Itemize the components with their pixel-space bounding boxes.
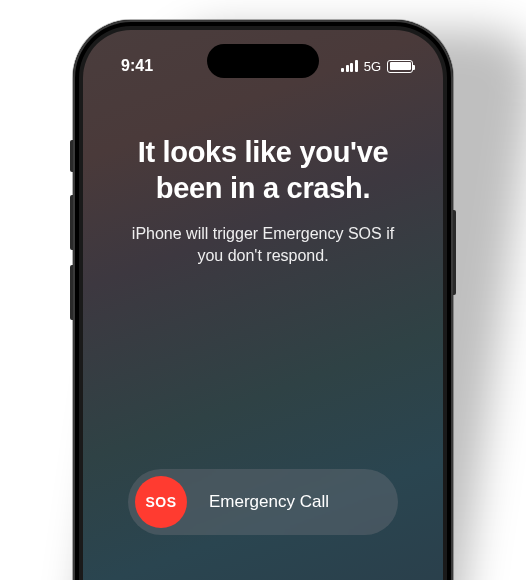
crash-subtext: iPhone will trigger Emergency SOS if you… <box>111 223 415 268</box>
phone-frame: 9:41 5G It looks like you've been in a c… <box>73 20 453 580</box>
battery-fill <box>390 62 411 70</box>
crash-headline: It looks like you've been in a crash. <box>111 134 415 207</box>
action-button <box>70 140 73 172</box>
sos-knob[interactable]: SOS <box>135 476 187 528</box>
emergency-call-slider[interactable]: SOS Emergency Call <box>128 469 398 535</box>
signal-icon <box>341 60 358 72</box>
dynamic-island <box>207 44 319 78</box>
sos-knob-label: SOS <box>145 494 176 510</box>
network-label: 5G <box>364 59 381 74</box>
battery-icon <box>387 60 413 73</box>
slider-track-label: Emergency Call <box>209 492 329 512</box>
status-time: 9:41 <box>121 57 153 75</box>
side-button <box>453 210 456 295</box>
phone-mockup: 9:41 5G It looks like you've been in a c… <box>73 20 453 580</box>
volume-down-button <box>70 265 73 320</box>
volume-up-button <box>70 195 73 250</box>
phone-screen: 9:41 5G It looks like you've been in a c… <box>83 30 443 580</box>
crash-alert-content: It looks like you've been in a crash. iP… <box>83 84 443 267</box>
status-indicators: 5G <box>341 59 413 74</box>
